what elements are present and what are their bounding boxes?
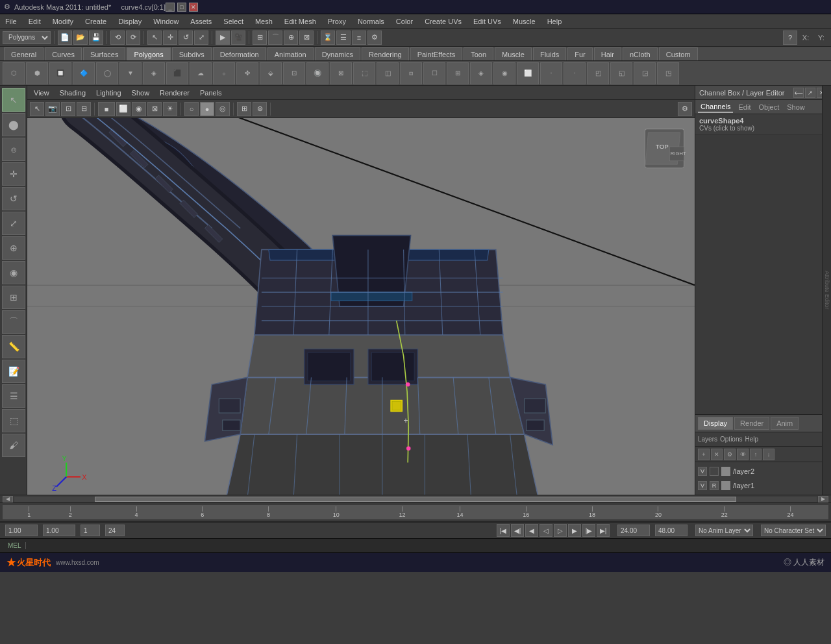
delete-layer-button[interactable]: ✕ [711, 449, 723, 460]
character-set-dropdown[interactable]: No Character Set [761, 525, 826, 536]
shelf-icon-20[interactable]: ⊞ [447, 62, 469, 84]
go-to-end-button[interactable]: ▶| [597, 524, 610, 537]
vp-light3-button[interactable]: ◎ [216, 102, 230, 116]
shelf-icon-21[interactable]: ◈ [470, 62, 492, 84]
panel-tab-channels[interactable]: Channels [698, 101, 733, 113]
shelf-icon-5[interactable]: ◯ [96, 62, 118, 84]
shelf-icon-9[interactable]: ☁ [190, 62, 212, 84]
cvs-label[interactable]: CVs (click to show) [699, 125, 827, 132]
shelf-icon-13[interactable]: ⊡ [283, 62, 305, 84]
menu-create-uvs[interactable]: Create UVs [422, 16, 464, 27]
panel-tab-object[interactable]: Object [756, 102, 782, 112]
start-frame-input[interactable] [43, 525, 75, 536]
layer1-render[interactable]: R [710, 481, 719, 490]
paint-select-button[interactable]: ⬤ [2, 113, 25, 136]
layer-visibility-button[interactable]: 👁 [737, 449, 749, 460]
maximize-button[interactable]: □ [177, 3, 186, 12]
layer2-color[interactable] [721, 467, 730, 476]
vp-camera-settings-button[interactable]: ⚙ [678, 102, 692, 116]
scale-tool-button[interactable]: ⤢ [194, 31, 208, 45]
vp-wireframe-button[interactable]: ⬜ [116, 102, 130, 116]
timeline-scroll-left[interactable]: ◀ [3, 496, 13, 502]
vp-light1-button[interactable]: ○ [184, 102, 199, 116]
layer2-render[interactable] [710, 467, 719, 476]
panel-float-button[interactable]: ↗ [805, 88, 815, 98]
render-button[interactable]: ▶ [216, 31, 230, 45]
vp-fit-button[interactable]: ⊡ [61, 102, 75, 116]
shelf-icon-4[interactable]: 🔷 [73, 62, 95, 84]
shelf-icon-23[interactable]: ⬜ [517, 62, 539, 84]
next-frame-button[interactable]: ▶ [568, 524, 581, 537]
shelf-tab-hair[interactable]: Hair [594, 47, 621, 60]
new-layer-button[interactable]: + [698, 449, 710, 460]
vp-grid-button[interactable]: ⊞ [237, 102, 251, 116]
move-tool-button[interactable]: ✛ [163, 31, 177, 45]
rotate-tool-button[interactable]: ↺ [179, 31, 193, 45]
select-tool-button[interactable]: ↖ [147, 31, 162, 45]
layer-settings-button[interactable]: ⚙ [724, 449, 736, 460]
channel-box-button[interactable]: ☰ [336, 31, 351, 45]
help-line-button[interactable]: ? [783, 31, 797, 45]
menu-help[interactable]: Help [545, 16, 565, 27]
shelf-tab-fluids[interactable]: Fluids [533, 47, 566, 60]
menu-assets[interactable]: Assets [188, 16, 214, 27]
shelf-icon-11[interactable]: ✤ [236, 62, 258, 84]
shelf-icon-6[interactable]: ▼ [119, 62, 142, 84]
menu-display[interactable]: Display [116, 16, 144, 27]
menu-mesh[interactable]: Mesh [253, 16, 275, 27]
snap-to-curve-button[interactable]: ⌒ [268, 31, 282, 45]
measure-distance-button[interactable]: 📏 [2, 335, 25, 358]
vp-smooth-button[interactable]: ◉ [132, 102, 146, 116]
menu-select[interactable]: Select [221, 16, 246, 27]
layer-menu-layers[interactable]: Layers [698, 436, 717, 443]
ipr-render-button[interactable]: 🎥 [231, 31, 245, 45]
layer-move-up-button[interactable]: ↑ [750, 449, 762, 460]
menu-modify[interactable]: Modify [50, 16, 76, 27]
shelf-icon-2[interactable]: ⬢ [26, 62, 48, 84]
shelf-tab-animation[interactable]: Animation [267, 47, 314, 60]
shelf-tab-subdivs[interactable]: Subdivs [172, 47, 212, 60]
new-scene-button[interactable]: 📄 [58, 31, 72, 45]
shelf-icon-18[interactable]: ⧈ [400, 62, 422, 84]
snap-to-point-button[interactable]: ⊕ [284, 31, 298, 45]
layer-menu-help[interactable]: Help [745, 436, 758, 443]
timeline-scroll-right[interactable]: ▶ [818, 496, 828, 502]
menu-window[interactable]: Window [151, 16, 181, 27]
shelf-icon-1[interactable]: ⬡ [3, 62, 25, 84]
shelf-icon-10[interactable]: ⬦ [213, 62, 235, 84]
vp-frame-all-button[interactable]: ⊟ [77, 102, 91, 116]
shelf-tab-surfaces[interactable]: Surfaces [83, 47, 125, 60]
shelf-icon-24[interactable]: ⬝ [540, 62, 562, 84]
panel-resize-button[interactable]: ⟵ [793, 88, 804, 98]
play-range-start-input[interactable] [617, 525, 650, 536]
menu-normals[interactable]: Normals [355, 16, 387, 27]
play-back-button[interactable]: ◁ [540, 524, 552, 537]
snap-to-view-planes-button[interactable]: ⊠ [299, 31, 314, 45]
timeline-scroll-thumb[interactable] [95, 497, 737, 502]
current-frame-input[interactable] [5, 525, 38, 536]
frame-step-input[interactable] [81, 525, 100, 536]
attribute-editor-button[interactable]: ≡ [352, 31, 366, 45]
shelf-tab-ncloth[interactable]: nCloth [623, 47, 658, 60]
viewport-menu-show[interactable]: Show [129, 88, 153, 98]
window-controls[interactable]: _ □ ✕ [166, 3, 198, 12]
timeline-ruler[interactable]: 1 2 4 6 8 10 12 14 16 18 20 22 24 [3, 505, 828, 519]
vp-texture-button[interactable]: ⊠ [147, 102, 162, 116]
shelf-icon-12[interactable]: ⬙ [260, 62, 282, 84]
shelf-tab-fur[interactable]: Fur [567, 47, 593, 60]
viewport-menu-view[interactable]: View [31, 88, 52, 98]
layer-menu-options[interactable]: Options [720, 436, 742, 443]
shelf-tab-custom[interactable]: Custom [659, 47, 698, 60]
play-range-end-input[interactable] [655, 525, 688, 536]
layer2-visibility[interactable]: V [698, 467, 707, 476]
menu-color[interactable]: Color [393, 16, 416, 27]
viewport-menu-renderer[interactable]: Renderer [157, 88, 192, 98]
redo-button[interactable]: ⟳ [126, 31, 140, 45]
undo-button[interactable]: ⟲ [110, 31, 125, 45]
go-to-start-button[interactable]: |◀ [497, 524, 510, 537]
shelf-icon-22[interactable]: ◉ [493, 62, 515, 84]
viewport-menu-shading[interactable]: Shading [57, 88, 88, 98]
shelf-icon-16[interactable]: ⬚ [353, 62, 375, 84]
shelf-tab-curves[interactable]: Curves [45, 47, 82, 60]
step-forward-button[interactable]: |▶ [582, 524, 595, 537]
